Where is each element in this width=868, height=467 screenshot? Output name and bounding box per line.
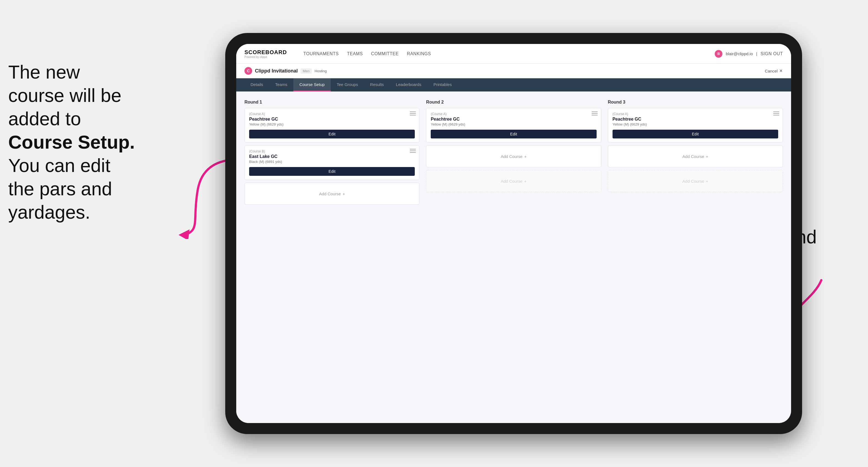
round-2-add-course-disabled-text: Add Course +	[501, 179, 527, 184]
annotation-left-line7: yardages.	[8, 201, 90, 222]
sign-out-link[interactable]: Sign out	[761, 51, 783, 56]
tab-printables[interactable]: Printables	[427, 78, 458, 91]
nav-right: B blair@clippd.io | Sign out	[715, 50, 783, 58]
nav-committee[interactable]: COMMITTEE	[371, 51, 399, 56]
round-1-course-a-card: (Course A) Peachtree GC Yellow (M) (6629…	[245, 108, 420, 143]
nav-rankings[interactable]: RANKINGS	[407, 51, 431, 56]
avatar: B	[715, 50, 722, 58]
nav-tournaments[interactable]: TOURNAMENTS	[303, 51, 339, 56]
logo-powered: Powered by clippd	[245, 56, 287, 59]
round-3-add-course-disabled-text: Add Course +	[682, 179, 708, 184]
logo-area: SCOREBOARD Powered by clippd	[245, 49, 287, 59]
annotation-left-line5: You can edit	[8, 155, 111, 176]
round-2-course-a-card: (Course A) Peachtree GC Yellow (M) (6629…	[426, 108, 601, 143]
round-3-header: Round 3	[608, 100, 783, 105]
tab-tee-groups[interactable]: Tee Groups	[331, 78, 364, 91]
svg-marker-0	[179, 229, 189, 239]
top-nav: SCOREBOARD Powered by clippd TOURNAMENTS…	[236, 44, 791, 64]
annotation-left: The new course will be added to Course S…	[8, 60, 173, 224]
round-1-column: Round 1 (Course A) Peachtree GC Yellow (…	[245, 100, 420, 415]
round-3-column: Round 3 (Course A) Peachtree GC Yellow (…	[608, 100, 783, 415]
round-1-course-a-edit-button[interactable]: Edit	[249, 130, 415, 138]
annotation-left-bold: Course Setup.	[8, 132, 135, 152]
tab-teams[interactable]: Teams	[269, 78, 293, 91]
round-1-header: Round 1	[245, 100, 420, 105]
round-2-add-course-disabled: Add Course +	[426, 170, 601, 192]
round-3-add-course-card[interactable]: Add Course +	[608, 145, 783, 167]
tab-details[interactable]: Details	[245, 78, 269, 91]
round-3-add-course-disabled: Add Course +	[608, 170, 783, 192]
course-b-menu-icon[interactable]	[410, 148, 416, 153]
annotation-left-line3: added to	[8, 108, 81, 129]
round-2-header: Round 2	[426, 100, 601, 105]
tournament-status: Hosting	[314, 69, 327, 73]
course-a-label: (Course A)	[249, 112, 415, 116]
cancel-button[interactable]: Cancel ✕	[765, 68, 783, 73]
course-menu-icon[interactable]	[410, 111, 416, 116]
round-2-course-a-label: (Course A)	[431, 112, 596, 116]
course-a-details: Yellow (M) (6629 yds)	[249, 122, 415, 126]
nav-teams[interactable]: TEAMS	[347, 51, 363, 56]
tournament-bar: C Clippd Invitational Men Hosting Cancel…	[236, 64, 791, 78]
round-3-course-a-menu-icon[interactable]	[773, 111, 779, 116]
round-2-add-course-text: Add Course +	[501, 154, 527, 159]
round-2-add-course-card[interactable]: Add Course +	[426, 145, 601, 167]
tab-leaderboards[interactable]: Leaderboards	[390, 78, 427, 91]
round-2-course-a-edit-button[interactable]: Edit	[431, 130, 596, 138]
course-b-name: East Lake GC	[249, 154, 415, 159]
nav-separator: |	[756, 51, 757, 56]
tournament-info: C Clippd Invitational Men Hosting	[245, 67, 327, 75]
annotation-left-line6: the pars and	[8, 178, 112, 199]
tablet-shell: SCOREBOARD Powered by clippd TOURNAMENTS…	[225, 33, 802, 434]
tab-results[interactable]: Results	[364, 78, 390, 91]
rounds-grid: Round 1 (Course A) Peachtree GC Yellow (…	[245, 100, 783, 415]
user-email: blair@clippd.io	[726, 51, 753, 56]
nav-links: TOURNAMENTS TEAMS COMMITTEE RANKINGS	[303, 51, 704, 56]
course-b-label: (Course B)	[249, 150, 415, 153]
tab-course-setup[interactable]: Course Setup	[293, 78, 331, 91]
annotation-left-line1: The new	[8, 62, 80, 83]
round-3-course-a-card: (Course A) Peachtree GC Yellow (M) (6629…	[608, 108, 783, 143]
round-3-course-a-edit-button[interactable]: Edit	[613, 130, 778, 138]
round-2-column: Round 2 (Course A) Peachtree GC Yellow (…	[426, 100, 601, 415]
round-3-course-a-name: Peachtree GC	[613, 117, 778, 122]
course-a-name: Peachtree GC	[249, 117, 415, 122]
round-1-course-b-edit-button[interactable]: Edit	[249, 167, 415, 176]
sub-tabs: Details Teams Course Setup Tee Groups Re…	[236, 78, 791, 91]
round-1-course-b-card: (Course B) East Lake GC Black (M) (6891 …	[245, 145, 420, 180]
tournament-name: Clippd Invitational	[255, 68, 298, 74]
tablet-screen: SCOREBOARD Powered by clippd TOURNAMENTS…	[236, 44, 791, 423]
course-b-details: Black (M) (6891 yds)	[249, 160, 415, 164]
round-3-course-a-label: (Course A)	[613, 112, 778, 116]
main-content: Round 1 (Course A) Peachtree GC Yellow (…	[236, 91, 791, 423]
annotation-left-line2: course will be	[8, 85, 121, 106]
tournament-gender: Men	[301, 68, 312, 73]
round-2-course-a-menu-icon[interactable]	[592, 111, 598, 116]
round-1-add-course-text: Add Course +	[319, 191, 345, 196]
round-3-course-a-details: Yellow (M) (6629 yds)	[613, 122, 778, 126]
round-1-add-course-card[interactable]: Add Course +	[245, 183, 420, 205]
round-2-course-a-details: Yellow (M) (6629 yds)	[431, 122, 596, 126]
logo-scoreboard: SCOREBOARD	[245, 49, 287, 56]
tournament-logo: C	[245, 67, 252, 75]
round-3-add-course-text: Add Course +	[682, 154, 708, 159]
round-2-course-a-name: Peachtree GC	[431, 117, 596, 122]
